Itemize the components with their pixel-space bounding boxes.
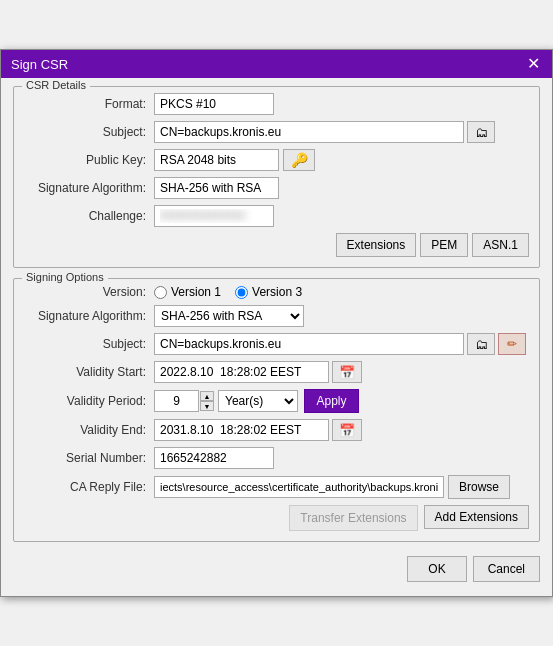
version1-label[interactable]: Version 1 xyxy=(154,285,221,299)
ca-reply-file-row: CA Reply File: Browse xyxy=(24,475,529,499)
validity-end-label: Validity End: xyxy=(24,423,154,437)
dialog-title: Sign CSR xyxy=(11,57,68,72)
version1-radio[interactable] xyxy=(154,286,167,299)
signing-options-label: Signing Options xyxy=(22,271,108,283)
challenge-input[interactable] xyxy=(154,205,274,227)
validity-down-button[interactable]: ▼ xyxy=(200,401,214,411)
format-label: Format: xyxy=(24,97,154,111)
validity-start-calendar-button[interactable]: 📅 xyxy=(332,361,362,383)
footer-right-buttons: OK Cancel xyxy=(407,556,540,582)
ok-button[interactable]: OK xyxy=(407,556,466,582)
pem-button[interactable]: PEM xyxy=(420,233,468,257)
signing-subject-folder-button[interactable]: 🗂 xyxy=(467,333,495,355)
signing-sig-alg-label: Signature Algorithm: xyxy=(24,309,154,323)
signing-subject-clear-button[interactable]: ✏ xyxy=(498,333,526,355)
public-key-input[interactable] xyxy=(154,149,279,171)
challenge-label: Challenge: xyxy=(24,209,154,223)
serial-number-input[interactable] xyxy=(154,447,274,469)
version3-label[interactable]: Version 3 xyxy=(235,285,302,299)
signing-subject-label: Subject: xyxy=(24,337,154,351)
extensions-button[interactable]: Extensions xyxy=(336,233,417,257)
validity-spinner: ▲ ▼ xyxy=(200,391,214,411)
challenge-row: Challenge: xyxy=(24,205,529,227)
validity-start-row: Validity Start: 📅 xyxy=(24,361,529,383)
title-bar: Sign CSR ✕ xyxy=(1,50,552,78)
validity-end-row: Validity End: 📅 xyxy=(24,419,529,441)
validity-start-label: Validity Start: xyxy=(24,365,154,379)
format-input[interactable] xyxy=(154,93,274,115)
validity-unit-select[interactable]: Year(s) Month(s) Day(s) xyxy=(218,390,298,412)
signing-sig-alg-select[interactable]: SHA-256 with RSA xyxy=(154,305,304,327)
public-key-label: Public Key: xyxy=(24,153,154,167)
signing-folder-icon: 🗂 xyxy=(475,337,488,352)
signing-subject-row: Subject: 🗂 ✏ xyxy=(24,333,529,355)
validity-end-input[interactable] xyxy=(154,419,329,441)
calendar-end-icon: 📅 xyxy=(339,423,355,438)
close-button[interactable]: ✕ xyxy=(525,56,542,72)
version-radio-group: Version 1 Version 3 xyxy=(154,285,302,299)
csr-sig-alg-label: Signature Algorithm: xyxy=(24,181,154,195)
transfer-extensions-button[interactable]: Transfer Extensions xyxy=(289,505,417,531)
validity-period-input[interactable] xyxy=(154,390,199,412)
add-extensions-button[interactable]: Add Extensions xyxy=(424,505,529,529)
footer-buttons: OK Cancel xyxy=(13,552,540,586)
validity-period-row: Validity Period: ▲ ▼ Year(s) Month(s) Da… xyxy=(24,389,529,413)
key-icon: 🔑 xyxy=(291,152,308,168)
sign-csr-dialog: Sign CSR ✕ CSR Details Format: Subject: … xyxy=(0,49,553,597)
folder-icon: 🗂 xyxy=(475,125,488,140)
asn1-button[interactable]: ASN.1 xyxy=(472,233,529,257)
version-label: Version: xyxy=(24,285,154,299)
serial-number-row: Serial Number: xyxy=(24,447,529,469)
cancel-button[interactable]: Cancel xyxy=(473,556,540,582)
csr-subject-input[interactable] xyxy=(154,121,464,143)
validity-up-button[interactable]: ▲ xyxy=(200,391,214,401)
eraser-icon: ✏ xyxy=(507,337,517,351)
dialog-body: CSR Details Format: Subject: 🗂 Public Ke… xyxy=(1,78,552,596)
csr-details-label: CSR Details xyxy=(22,79,90,91)
apply-button[interactable]: Apply xyxy=(304,389,359,413)
csr-sig-alg-row: Signature Algorithm: xyxy=(24,177,529,199)
csr-subject-label: Subject: xyxy=(24,125,154,139)
version3-text: Version 3 xyxy=(252,285,302,299)
ca-reply-file-input[interactable] xyxy=(154,476,444,498)
format-row: Format: xyxy=(24,93,529,115)
ca-reply-file-label: CA Reply File: xyxy=(24,480,154,494)
validity-period-control: ▲ ▼ Year(s) Month(s) Day(s) Apply xyxy=(154,389,359,413)
public-key-row: Public Key: 🔑 xyxy=(24,149,529,171)
csr-subject-row: Subject: 🗂 xyxy=(24,121,529,143)
csr-details-section: CSR Details Format: Subject: 🗂 Public Ke… xyxy=(13,86,540,268)
browse-button[interactable]: Browse xyxy=(448,475,510,499)
csr-sig-alg-input[interactable] xyxy=(154,177,279,199)
version1-text: Version 1 xyxy=(171,285,221,299)
signing-options-section: Signing Options Version: Version 1 Versi… xyxy=(13,278,540,542)
validity-period-label: Validity Period: xyxy=(24,394,154,408)
validity-end-calendar-button[interactable]: 📅 xyxy=(332,419,362,441)
public-key-icon-button[interactable]: 🔑 xyxy=(283,149,315,171)
version-row: Version: Version 1 Version 3 xyxy=(24,285,529,299)
extensions-action-row: Transfer Extensions Add Extensions xyxy=(24,505,529,531)
signing-sig-alg-row: Signature Algorithm: SHA-256 with RSA xyxy=(24,305,529,327)
calendar-start-icon: 📅 xyxy=(339,365,355,380)
extensions-row: Extensions PEM ASN.1 xyxy=(24,233,529,257)
version3-radio[interactable] xyxy=(235,286,248,299)
validity-start-input[interactable] xyxy=(154,361,329,383)
signing-subject-input[interactable] xyxy=(154,333,464,355)
csr-subject-folder-button[interactable]: 🗂 xyxy=(467,121,495,143)
serial-number-label: Serial Number: xyxy=(24,451,154,465)
